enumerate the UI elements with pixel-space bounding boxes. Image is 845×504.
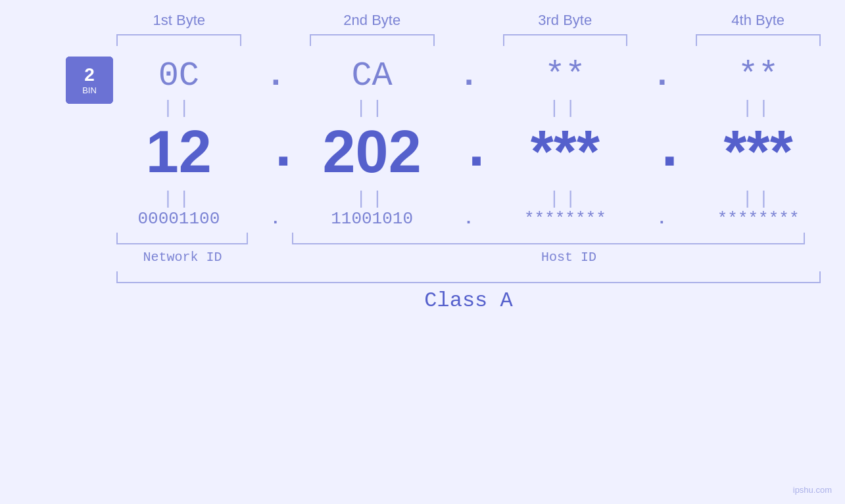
watermark: ipshu.com — [793, 485, 832, 495]
byte-labels-row: 1st Byte 2nd Byte 3rd Byte 4th Byte — [0, 0, 845, 29]
hex-byte-3: ** — [479, 57, 652, 95]
eq1-b2: || — [285, 98, 459, 118]
class-label-row: Class A — [0, 288, 845, 313]
top-brackets-row — [0, 34, 845, 46]
bin-byte-1: 00001100 — [92, 209, 266, 229]
eq2-b3: || — [479, 189, 652, 209]
eq2-b1: || — [92, 189, 266, 209]
eq1-b3: || — [479, 98, 652, 118]
bin-byte-4: ******** — [671, 209, 845, 229]
hex-byte-4: ** — [671, 57, 845, 95]
dec-dot-1: . — [266, 132, 285, 173]
hex-byte-1: 0C — [92, 57, 266, 95]
dec-dot-3: . — [652, 132, 671, 173]
hex-row: 0C . CA . ** . ** — [0, 57, 845, 95]
dec-dot-2: . — [459, 132, 479, 173]
eq1-b1: || — [92, 98, 266, 118]
byte-label-2: 2nd Byte — [285, 12, 459, 29]
bin-byte-3: ******** — [479, 209, 652, 229]
dec-byte-3: *** — [479, 118, 652, 186]
dec-byte-4: *** — [671, 118, 845, 186]
bin-dot-3: . — [652, 210, 671, 227]
class-a-label: Class A — [116, 288, 821, 313]
bracket-bottom-net — [116, 233, 248, 244]
id-labels-row: Network ID Host ID — [0, 250, 845, 265]
network-id-label: Network ID — [92, 250, 273, 265]
main-container: 1st Byte 2nd Byte 3rd Byte 4th Byte 16 H… — [0, 0, 845, 504]
bottom-brackets-row — [0, 233, 845, 244]
eq1-b4: || — [671, 98, 845, 118]
dec-row: 12 . 202 . *** . *** — [0, 118, 845, 186]
hex-dot-1: . — [266, 59, 285, 93]
bin-dot-1: . — [266, 210, 285, 227]
eq2-b2: || — [285, 189, 459, 209]
bin-byte-2: 11001010 — [285, 209, 459, 229]
class-a-bracket — [116, 271, 821, 283]
byte-label-4: 4th Byte — [671, 12, 845, 29]
equals-row-1: || || || || — [0, 98, 845, 118]
dec-byte-1: 12 — [92, 118, 266, 186]
bracket-top-1 — [116, 34, 241, 46]
hex-byte-2: CA — [285, 57, 459, 95]
dec-byte-2: 202 — [285, 118, 459, 186]
byte-label-1: 1st Byte — [92, 12, 266, 29]
bracket-top-2 — [310, 34, 435, 46]
hex-dot-2: . — [459, 59, 479, 93]
class-bracket-row — [0, 271, 845, 283]
eq2-b4: || — [671, 189, 845, 209]
host-id-label: Host ID — [293, 250, 845, 265]
bin-dot-2: . — [459, 210, 479, 227]
byte-label-3: 3rd Byte — [478, 12, 652, 29]
bracket-bottom-host — [292, 233, 805, 244]
hex-dot-3: . — [652, 59, 671, 93]
bracket-top-3 — [503, 34, 628, 46]
bin-row: 00001100 . 11001010 . ******** . *******… — [0, 209, 845, 229]
bracket-top-4 — [696, 34, 821, 46]
equals-row-2: || || || || — [0, 189, 845, 209]
